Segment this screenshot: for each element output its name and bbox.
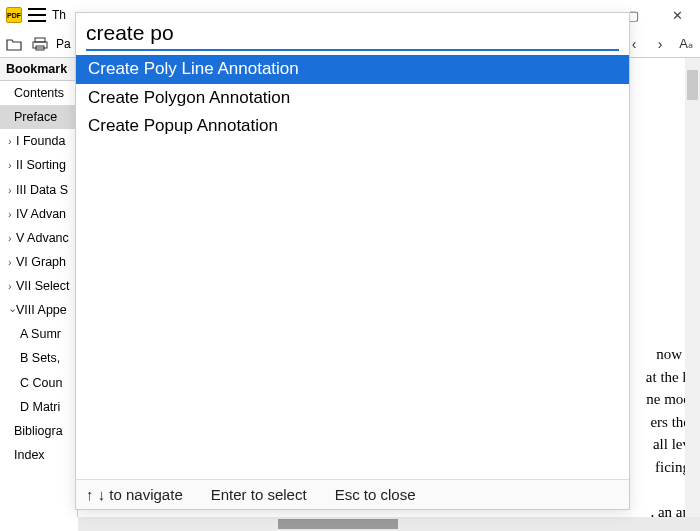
menu-button[interactable] (28, 8, 46, 22)
bookmark-item[interactable]: I Founda (0, 129, 77, 153)
font-size-icon[interactable]: Aₐ (676, 34, 696, 54)
print-icon[interactable] (30, 34, 50, 54)
bookmark-item[interactable]: Preface (0, 105, 77, 129)
bookmark-item[interactable]: Bibliogra (0, 419, 77, 443)
bookmark-item[interactable]: III Data S (0, 178, 77, 202)
bookmark-item[interactable]: A Sumr (0, 322, 77, 346)
next-page-icon[interactable]: › (650, 34, 670, 54)
vertical-scrollbar[interactable] (685, 58, 700, 517)
hint-select: Enter to select (211, 486, 307, 503)
bookmark-item[interactable]: V Advanc (0, 226, 77, 250)
bookmark-item[interactable]: IV Advan (0, 202, 77, 226)
vertical-scrollbar-thumb[interactable] (687, 70, 698, 100)
bookmark-item[interactable]: II Sorting (0, 153, 77, 177)
sidebar-header: Bookmark (0, 58, 77, 81)
bookmark-item[interactable]: B Sets, (0, 346, 77, 370)
bookmark-tree: ContentsPrefaceI FoundaII SortingIII Dat… (0, 81, 77, 467)
toolbar-label: Pa (56, 37, 71, 51)
close-window-button[interactable]: ✕ (655, 0, 700, 30)
bookmark-item[interactable]: C Coun (0, 371, 77, 395)
bookmark-item[interactable]: Index (0, 443, 77, 467)
app-icon: PDF (6, 7, 22, 23)
bookmark-item[interactable]: D Matri (0, 395, 77, 419)
open-icon[interactable] (4, 34, 24, 54)
command-palette-input[interactable] (86, 19, 619, 51)
hint-navigate: ↑ ↓ to navigate (86, 486, 183, 503)
bookmark-item[interactable]: VII Select (0, 274, 77, 298)
hint-close: Esc to close (335, 486, 416, 503)
horizontal-scrollbar-thumb[interactable] (278, 519, 398, 529)
bookmark-item[interactable]: VIII Appe (0, 298, 77, 322)
bookmark-item[interactable]: Contents (0, 81, 77, 105)
bookmark-item[interactable]: VI Graph (0, 250, 77, 274)
command-palette-item[interactable]: Create Polygon Annotation (76, 84, 629, 113)
command-palette: Create Poly Line AnnotationCreate Polygo… (75, 12, 630, 510)
command-palette-footer: ↑ ↓ to navigate Enter to select Esc to c… (76, 479, 629, 509)
command-palette-item[interactable]: Create Popup Annotation (76, 112, 629, 141)
bookmarks-sidebar: Bookmark ContentsPrefaceI FoundaII Sorti… (0, 58, 78, 517)
horizontal-scrollbar[interactable] (78, 517, 700, 531)
window-title: Th (52, 8, 66, 22)
svg-rect-1 (33, 42, 47, 48)
command-palette-results: Create Poly Line AnnotationCreate Polygo… (76, 51, 629, 479)
svg-rect-0 (35, 38, 45, 42)
command-palette-item[interactable]: Create Poly Line Annotation (76, 55, 629, 84)
